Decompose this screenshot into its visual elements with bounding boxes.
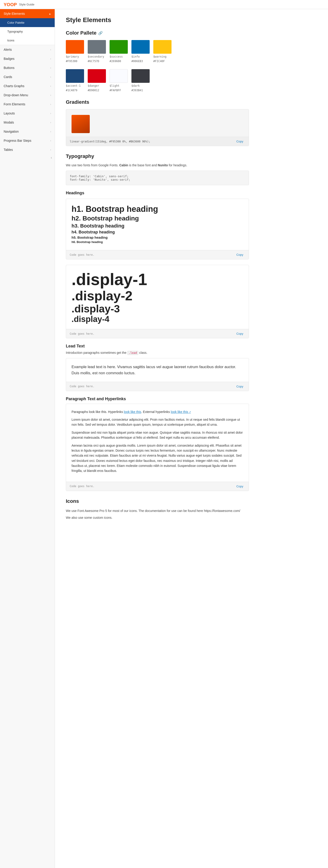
sidebar-item-form-elements[interactable]: Form Elements › — [0, 100, 55, 109]
sidebar-item-label: Style Elements — [4, 12, 25, 16]
gradient-preview-box: linear-gradient(151deg, #F95300 0%, #B63… — [66, 109, 249, 146]
lead-text-title: Lead Text — [66, 344, 249, 348]
paragraph-preview-box: Paragraphs look like this. Hyperlinks lo… — [66, 404, 249, 491]
color-grid-row2: $accent-1 #1C4879 $danger #D90012 $light… — [66, 69, 249, 92]
para-body-2: Suspendisse sed nisi non ligula aliquet … — [72, 430, 243, 440]
sidebar-item-buttons[interactable]: Buttons › — [0, 63, 55, 72]
sidebar-item-modals[interactable]: Modals › — [0, 118, 55, 127]
swatch-box-danger — [88, 69, 106, 83]
sidebar-item-label: Charts Graphs — [4, 84, 24, 88]
swatch-box-primary — [66, 40, 84, 54]
swatch-box-info — [131, 40, 149, 54]
swatch-hex-primary: #F95300 — [66, 60, 78, 63]
sidebar-item-typography[interactable]: Typography — [0, 27, 55, 36]
chevron-up-icon: ▲ — [49, 12, 51, 15]
sidebar-item-label: Tables — [4, 148, 13, 152]
font-family-code-line-1: font-family: 'Cabin', sans-serif; — [70, 175, 245, 178]
sidebar-collapse-toggle[interactable]: ‹ — [0, 154, 55, 161]
font-family-code-box: font-family: 'Cabin', sans-serif; font-f… — [66, 170, 249, 185]
collapse-icon: ‹ — [51, 156, 52, 160]
para-intro-text: Paragraphs look like this. Hyperlinks lo… — [72, 409, 243, 414]
nunito-font-name: Nunito — [158, 163, 168, 167]
headings-code-text: Code goes here. — [70, 253, 94, 256]
lead-class-code: .lead — [127, 351, 138, 355]
display-code-text: Code goes here. — [70, 332, 94, 335]
icons-title: Icons — [66, 498, 249, 504]
headings-copy-button[interactable]: Copy — [235, 253, 245, 257]
chevron-right-icon: › — [50, 85, 51, 87]
sidebar-item-charts-graphs[interactable]: Charts Graphs › — [0, 82, 55, 91]
sidebar-item-progress-bar-steps[interactable]: Progress Bar Steps › — [0, 136, 55, 145]
gradient-swatch — [72, 115, 90, 133]
swatch-name-light: $light — [110, 84, 119, 87]
main-content: Style Elements Color Pallete 🔗 $primary … — [55, 9, 260, 868]
paragraph-title: Paragraph Text and Hyperlinks — [66, 397, 249, 401]
sidebar-item-navigation[interactable]: Navigation › — [0, 127, 55, 136]
sidebar-item-icons[interactable]: Icons — [0, 36, 55, 45]
sidebar: Style Elements ▲ Color Palette Typograph… — [0, 9, 55, 868]
swatch-box-dark — [131, 69, 149, 83]
h5-preview: h5. Bootstrap heading — [72, 236, 243, 239]
color-palette-section: Color Pallete 🔗 $primary #F95300 $second… — [66, 30, 249, 92]
display-copy-button[interactable]: Copy — [235, 332, 245, 336]
gradient-copy-button[interactable]: Copy — [235, 139, 245, 144]
sidebar-item-alerts[interactable]: Alerts › — [0, 45, 55, 54]
swatch-light: $light #FAFBFF — [110, 69, 128, 92]
chevron-right-icon: › — [50, 121, 51, 124]
topbar: YOOP Style Guide — [0, 0, 328, 9]
chevron-right-icon: › — [50, 67, 51, 69]
chevron-right-icon: › — [50, 130, 51, 133]
sidebar-item-dropdown-menu[interactable]: Drop-down Menu › — [0, 91, 55, 100]
sidebar-item-tables[interactable]: Tables › — [0, 145, 55, 154]
external-link[interactable]: look like this — [171, 410, 191, 414]
display-1: .display-1 — [72, 271, 243, 288]
sidebar-item-label: Layouts — [4, 112, 15, 115]
paragraph-preview-content: Paragraphs look like this. Hyperlinks lo… — [66, 404, 249, 482]
lead-copy-button[interactable]: Copy — [235, 384, 245, 389]
chevron-right-icon: › — [50, 76, 51, 78]
swatch-secondary: $secondary #6C757D — [88, 40, 106, 63]
typography-desc: We use two fonts from Google Fonts. Cabi… — [66, 163, 249, 167]
page-title: Style Elements — [66, 17, 249, 24]
swatch-hex-info: #006EB3 — [131, 60, 143, 63]
sidebar-item-label: Badges — [4, 57, 15, 61]
chevron-right-icon: › — [50, 58, 51, 60]
cabin-font-name: Cabin — [119, 163, 128, 167]
h6-preview: h6. Bootstrap heading — [72, 240, 243, 244]
lead-text-preview-box: Example lead text is here. Vivamus sagit… — [66, 358, 249, 391]
headings-subtitle: Headings — [66, 191, 249, 195]
sidebar-item-color-palette[interactable]: Color Palette — [0, 18, 55, 27]
h1-preview: h1. Bootstrap heading — [72, 204, 243, 214]
lead-code-bar: Code goes here. Copy — [66, 382, 249, 391]
swatch-box-success — [110, 40, 128, 54]
para-code-bar: Code goes here. Copy — [66, 482, 249, 491]
sidebar-item-style-elements[interactable]: Style Elements ▲ — [0, 9, 55, 18]
sidebar-item-label: Modals — [4, 121, 14, 124]
internal-link[interactable]: look like this — [124, 410, 141, 414]
gradients-section: Gradients linear-gradient(151deg, #F9530… — [66, 99, 249, 146]
sidebar-item-layouts[interactable]: Layouts › — [0, 109, 55, 118]
swatch-name-danger: $danger — [88, 84, 99, 87]
sidebar-item-label: Progress Bar Steps — [4, 139, 31, 143]
h2-preview: h2. Bootstrap heading — [72, 215, 243, 222]
color-palette-title: Color Pallete 🔗 — [66, 30, 249, 36]
chevron-right-icon: › — [50, 49, 51, 51]
sidebar-item-badges[interactable]: Badges › — [0, 54, 55, 63]
sidebar-sub-label: Icons — [7, 39, 15, 42]
swatch-hex-accent1: #1C4879 — [66, 89, 78, 92]
lead-text-description: Introduction paragraphs sometimes get th… — [66, 351, 249, 354]
gradients-title: Gradients — [66, 99, 249, 105]
chevron-right-icon: › — [50, 94, 51, 96]
swatch-box-warning — [153, 40, 171, 54]
swatch-hex-success: #269600 — [110, 60, 121, 63]
swatch-hex-dark: #393B41 — [131, 89, 143, 92]
headings-preview-content: h1. Bootstrap heading h2. Bootstrap head… — [66, 199, 249, 250]
swatch-name-dark: $dark — [131, 84, 140, 87]
para-copy-button[interactable]: Copy — [235, 484, 245, 489]
swatch-name-success: $success — [110, 55, 123, 58]
para-body-3: Aenean lacinia orci quis augue gravida m… — [72, 443, 243, 473]
swatch-name-accent1: $accent-1 — [66, 84, 81, 87]
sidebar-item-cards[interactable]: Cards › — [0, 72, 55, 82]
display-2: .display-2 — [72, 288, 243, 303]
h4-preview: h4. Bootstrap heading — [72, 230, 243, 235]
